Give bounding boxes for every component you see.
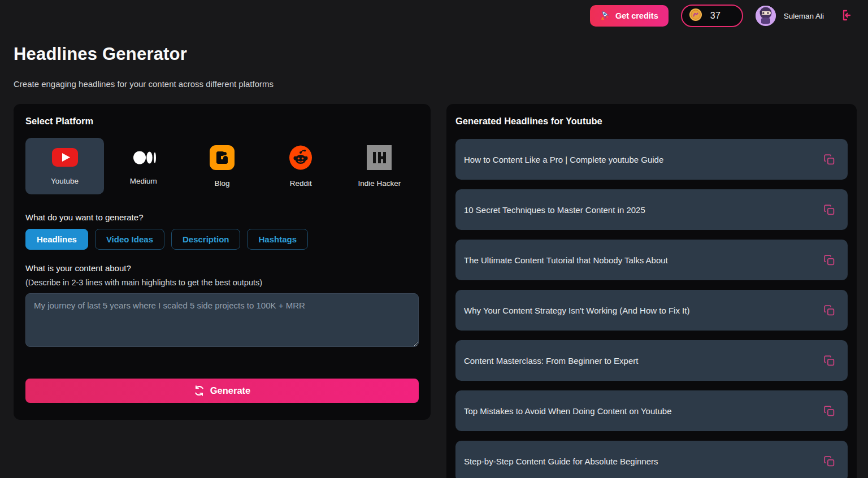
platform-label: Medium bbox=[130, 177, 157, 185]
headline-text: How to Content Like a Pro | Complete you… bbox=[464, 155, 663, 164]
top-bar: Get credits 37 bbox=[0, 0, 868, 32]
platform-label: Reddit bbox=[290, 179, 312, 188]
youtube-icon bbox=[51, 147, 79, 170]
content-hint: (Describe in 2-3 lines with main highlig… bbox=[25, 278, 419, 287]
get-credits-button[interactable]: Get credits bbox=[590, 5, 669, 27]
headline-card: How to Content Like a Pro | Complete you… bbox=[455, 139, 848, 180]
user-avatar[interactable] bbox=[756, 6, 776, 26]
generator-panel: Select Platform Youtube bbox=[14, 104, 431, 420]
content-question: What is your content about? bbox=[25, 263, 419, 273]
generate-question: What do you want to generate? bbox=[25, 212, 419, 222]
copy-button[interactable] bbox=[822, 354, 836, 368]
user-name: Suleman Ali bbox=[784, 12, 824, 20]
medium-icon bbox=[130, 147, 157, 170]
rocket-icon bbox=[600, 10, 611, 22]
headline-card: Step-by-Step Content Guide for Absolute … bbox=[455, 441, 848, 478]
copy-icon bbox=[823, 310, 835, 318]
platform-label: Blog bbox=[214, 179, 229, 188]
headline-list: How to Content Like a Pro | Complete you… bbox=[455, 139, 848, 478]
content-input[interactable] bbox=[25, 293, 419, 347]
logout-icon bbox=[839, 15, 852, 24]
results-panel: Generated Headlines for Youtube How to C… bbox=[446, 104, 857, 478]
copy-icon bbox=[823, 259, 835, 268]
coin-icon bbox=[689, 8, 702, 24]
headline-card: 10 Secret Techniques to Master Content i… bbox=[455, 189, 848, 230]
platform-youtube[interactable]: Youtube bbox=[25, 138, 104, 194]
generate-type-tabs: Headlines Video Ideas Description Hashta… bbox=[25, 229, 419, 250]
copy-icon bbox=[823, 209, 835, 218]
copy-button[interactable] bbox=[822, 153, 836, 167]
credits-counter[interactable]: 37 bbox=[681, 5, 743, 27]
headline-text: Why Your Content Strategy Isn't Working … bbox=[464, 306, 689, 315]
get-credits-label: Get credits bbox=[615, 11, 658, 20]
platform-blog[interactable]: Blog bbox=[183, 138, 261, 194]
headline-card: The Ultimate Content Tutorial that Nobod… bbox=[455, 240, 848, 280]
copy-button[interactable] bbox=[822, 253, 836, 267]
platform-indie-hacker[interactable]: Indie Hacker bbox=[340, 138, 419, 194]
tab-hashtags[interactable]: Hashtags bbox=[247, 229, 308, 250]
copy-button[interactable] bbox=[822, 454, 836, 468]
refresh-icon bbox=[194, 385, 205, 396]
copy-icon bbox=[823, 159, 835, 167]
credits-count: 37 bbox=[710, 11, 721, 21]
page-subtitle: Create engaging headlines for your conte… bbox=[14, 79, 854, 89]
indie-hacker-icon bbox=[367, 145, 392, 172]
headline-text: The Ultimate Content Tutorial that Nobod… bbox=[464, 255, 668, 265]
platform-medium[interactable]: Medium bbox=[104, 138, 183, 194]
copy-button[interactable] bbox=[822, 404, 836, 418]
copy-icon bbox=[823, 460, 835, 469]
tab-video-ideas[interactable]: Video Ideas bbox=[95, 229, 164, 250]
tab-headlines[interactable]: Headlines bbox=[25, 229, 88, 250]
copy-button[interactable] bbox=[822, 303, 836, 318]
reddit-icon bbox=[288, 145, 313, 172]
headline-text: Content Masterclass: From Beginner to Ex… bbox=[464, 356, 638, 366]
headline-text: Top Mistakes to Avoid When Doing Content… bbox=[464, 406, 671, 416]
logout-button[interactable] bbox=[836, 6, 854, 26]
blogger-icon bbox=[210, 145, 235, 172]
copy-button[interactable] bbox=[822, 203, 836, 217]
headline-card: Content Masterclass: From Beginner to Ex… bbox=[455, 340, 848, 381]
select-platform-title: Select Platform bbox=[25, 116, 419, 127]
generate-button[interactable]: Generate bbox=[25, 379, 419, 403]
headline-text: 10 Secret Techniques to Master Content i… bbox=[464, 205, 645, 215]
page-title: Headlines Generator bbox=[14, 44, 854, 64]
copy-icon bbox=[823, 360, 835, 368]
copy-icon bbox=[823, 410, 835, 419]
headline-text: Step-by-Step Content Guide for Absolute … bbox=[464, 457, 658, 466]
platform-label: Indie Hacker bbox=[358, 179, 401, 188]
generate-label: Generate bbox=[210, 385, 251, 396]
headline-card: Why Your Content Strategy Isn't Working … bbox=[455, 290, 848, 331]
platform-label: Youtube bbox=[51, 177, 79, 185]
ninja-avatar-icon bbox=[756, 6, 776, 26]
results-title: Generated Headlines for Youtube bbox=[455, 113, 848, 127]
platform-selector: Youtube Medium bbox=[25, 138, 419, 194]
tab-description[interactable]: Description bbox=[171, 229, 241, 250]
platform-reddit[interactable]: Reddit bbox=[262, 138, 340, 194]
headline-card: Top Mistakes to Avoid When Doing Content… bbox=[455, 390, 848, 431]
